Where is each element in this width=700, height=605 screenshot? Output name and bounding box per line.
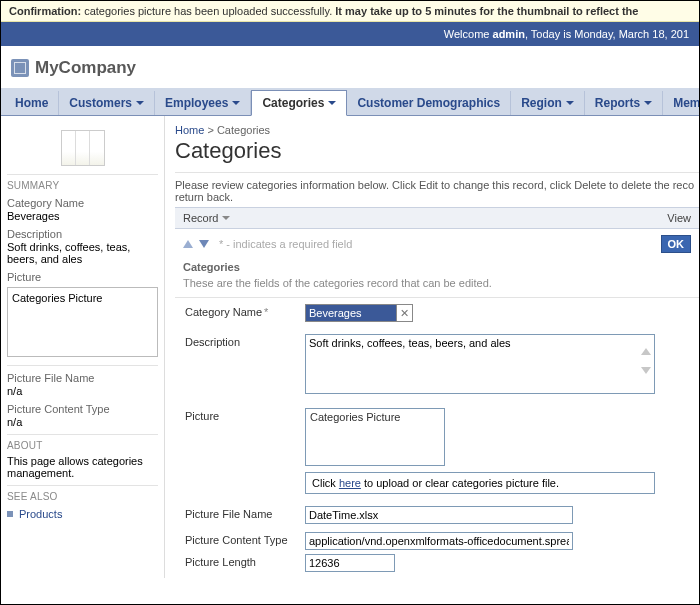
main-tabbar: Home Customers Employees Categories Cust… [1,88,699,116]
sidebar-value-description: Soft drinks, coffees, teas, beers, and a… [7,241,158,265]
picture-file-name-input[interactable] [305,506,573,524]
confirmation-message: categories picture has been uploaded suc… [84,5,332,17]
chevron-down-icon [328,101,336,105]
tab-categories[interactable]: Categories [251,90,347,116]
page-title: Categories [175,138,699,164]
section-title: Categories [175,259,699,275]
next-record-icon[interactable] [199,240,209,248]
sidebar-value-pfn: n/a [7,385,158,397]
label-description: Description [185,334,305,396]
label-category-name: Category Name* [185,304,305,322]
tab-customers[interactable]: Customers [59,91,155,115]
ok-button[interactable]: OK [661,235,692,253]
sidebar-label-description: Description [7,228,158,240]
confirmation-prefix: Confirmation: [9,5,81,17]
upload-link[interactable]: here [339,477,361,489]
scroll-down-icon[interactable] [641,367,651,374]
record-dropdown[interactable]: Record [183,212,230,224]
confirmation-bar: Confirmation: categories picture has bee… [1,1,699,22]
breadcrumb-home[interactable]: Home [175,124,204,136]
chevron-down-icon [232,101,240,105]
sidebar-heading-seealso: SEE ALSO [7,485,158,502]
label-picture: Picture [185,408,305,494]
sidebar-about-text: This page allows categories management. [7,455,158,479]
label-picture-file-name: Picture File Name [185,506,305,524]
sidebar-heading-about: ABOUT [7,434,158,451]
welcome-user: admin [493,28,525,40]
scroll-up-icon[interactable] [641,348,651,355]
clear-icon[interactable]: ✕ [396,305,412,321]
record-toolbar: Record View [175,207,699,229]
picture-length-input[interactable] [305,554,395,572]
chevron-down-icon [136,101,144,105]
tab-region[interactable]: Region [511,91,585,115]
welcome-mid: , Today is [525,28,574,40]
sidebar-label-pct: Picture Content Type [7,403,158,415]
sidebar: SUMMARY Category Name Beverages Descript… [1,116,165,578]
required-hint-row: * - indicates a required field OK [175,229,699,259]
sidebar-label-category-name: Category Name [7,197,158,209]
logo-text: MyCompany [35,58,136,78]
upload-instruction: Click here to upload or clear categories… [305,472,655,494]
chevron-down-icon [644,101,652,105]
breadcrumb-current: Categories [217,124,270,136]
seealso-item-products[interactable]: Products [7,508,158,520]
tab-demographics[interactable]: Customer Demographics [347,91,511,115]
welcome-pre: Welcome [444,28,493,40]
picture-content-type-input[interactable] [305,532,573,550]
sidebar-value-category-name: Beverages [7,210,158,222]
tab-members[interactable]: Memb [663,91,700,115]
content-pane: Home > Categories Categories Please revi… [165,116,699,578]
picture-preview-box: Categories Picture [305,408,445,466]
sidebar-label-pfn: Picture File Name [7,372,158,384]
instructions: Please review categories information bel… [175,172,699,207]
sidebar-picture-box: Categories Picture [7,287,158,357]
category-name-input[interactable] [306,305,396,321]
sidebar-value-pct: n/a [7,416,158,428]
tab-reports[interactable]: Reports [585,91,663,115]
tab-employees[interactable]: Employees [155,91,251,115]
section-subtitle: These are the fields of the categories r… [175,275,699,298]
logo-row: MyCompany [1,46,699,88]
confirmation-tail: It may take up to 5 minutes for the thum… [335,5,638,17]
sidebar-label-picture: Picture [7,271,158,283]
category-name-wrap: ✕ [305,304,413,322]
required-star: * [264,306,268,318]
seealso-link-products[interactable]: Products [19,508,62,520]
breadcrumb: Home > Categories [175,120,699,136]
categories-icon [61,130,105,166]
label-picture-length: Picture Length [185,554,305,572]
chevron-down-icon [222,216,230,220]
sidebar-heading-summary: SUMMARY [7,174,158,191]
bullet-icon [7,511,13,517]
welcome-date: Monday, March 18, 201 [574,28,689,40]
description-textarea[interactable] [305,334,655,394]
required-hint: * - indicates a required field [219,238,352,250]
logo-icon [11,59,29,77]
view-dropdown[interactable]: View [667,212,691,224]
label-picture-content-type: Picture Content Type [185,532,305,550]
welcome-bar: Welcome admin, Today is Monday, March 18… [1,22,699,46]
tab-home[interactable]: Home [5,91,59,115]
chevron-down-icon [566,101,574,105]
prev-record-icon[interactable] [183,240,193,248]
